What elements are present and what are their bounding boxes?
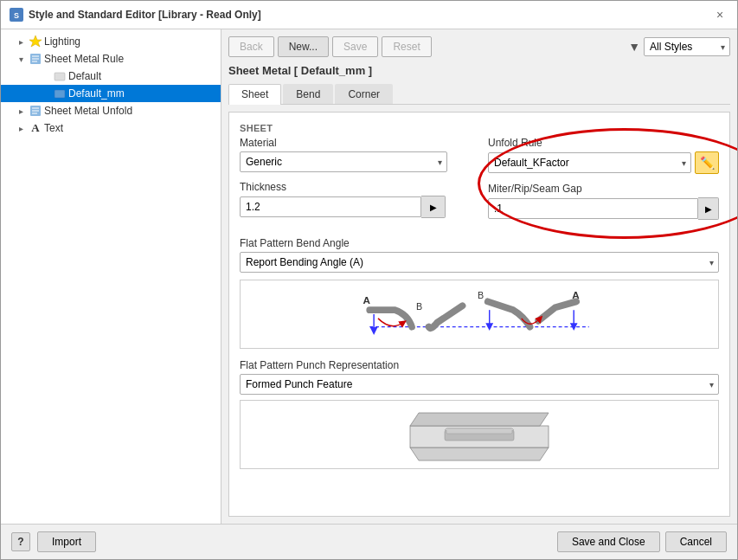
svg-marker-2 xyxy=(29,35,42,47)
miter-gap-arrow-button[interactable]: ▶ xyxy=(698,197,719,220)
thickness-field-row: Thickness ▶ xyxy=(240,181,471,218)
tree-item-sheet-metal-unfold[interactable]: ▸ Sheet Metal Unfold xyxy=(1,102,221,119)
import-button[interactable]: Import xyxy=(37,531,96,552)
text-icon: A xyxy=(29,121,42,135)
sheet-section-label: Sheet xyxy=(240,123,719,133)
reset-button[interactable]: Reset xyxy=(382,36,431,57)
unfold-rule-field-row: Unfold Rule Default_KFactor ▾ ✏️ xyxy=(488,137,719,174)
save-button[interactable]: Save xyxy=(332,36,378,57)
tab-sheet[interactable]: Sheet xyxy=(228,84,281,105)
unfold-rule-select[interactable]: Default_KFactor xyxy=(488,152,691,173)
miter-gap-input[interactable] xyxy=(488,198,698,219)
save-and-close-button[interactable]: Save and Close xyxy=(557,531,660,552)
thickness-arrow-button[interactable]: ▶ xyxy=(421,196,446,218)
flat-pattern-bend-label: Flat Pattern Bend Angle xyxy=(240,237,719,249)
filter-select-wrapper: All Styles ▾ xyxy=(644,37,730,56)
help-button[interactable]: ? xyxy=(11,532,30,551)
form-panel: Sheet Material Generic ▾ xyxy=(228,112,730,517)
svg-rect-8 xyxy=(55,90,65,98)
miter-gap-label: Miter/Rip/Seam Gap xyxy=(488,183,719,195)
title-bar: S Style and Standard Editor [Library - R… xyxy=(1,1,737,29)
title-bar-left: S Style and Standard Editor [Library - R… xyxy=(10,8,261,22)
sheet-two-col: Material Generic ▾ Thickness xyxy=(240,137,719,227)
tree-label-default-mm: Default_mm xyxy=(68,87,125,100)
punch-select-wrapper: Formed Punch Feature ▾ xyxy=(240,374,719,395)
tree-item-lighting[interactable]: ▸ Lighting xyxy=(1,33,221,50)
bend-diagram: A B xyxy=(240,280,719,349)
miter-gap-field-wrapper: Miter/Rip/Seam Gap ▶ xyxy=(488,183,719,220)
punch-preview xyxy=(240,400,719,469)
sheet-metal-unfold-icon xyxy=(29,104,42,118)
filter-icon: ▼ xyxy=(628,40,640,54)
material-select[interactable]: Generic xyxy=(240,151,447,172)
material-field-row: Material Generic ▾ xyxy=(240,137,471,172)
col-unfold-gap: Unfold Rule Default_KFactor ▾ ✏️ xyxy=(488,137,719,227)
svg-text:B: B xyxy=(416,301,422,312)
unfold-rule-row: Default_KFactor ▾ ✏️ xyxy=(488,151,719,174)
app-icon: S xyxy=(10,8,23,22)
bend-select-wrapper: Report Bending Angle (A) ▾ xyxy=(240,252,719,273)
tree-item-default[interactable]: ▸ Default xyxy=(1,68,221,85)
tree-item-sheet-metal-rule[interactable]: ▾ Sheet Metal Rule xyxy=(1,50,221,68)
bottom-right: Save and Close Cancel xyxy=(557,531,727,552)
bottom-left: ? Import xyxy=(11,531,96,552)
tree-expander-lighting: ▸ xyxy=(15,35,27,48)
punch-repr-label: Flat Pattern Punch Representation xyxy=(240,359,719,371)
punch-preview-svg xyxy=(401,404,557,465)
svg-text:S: S xyxy=(14,11,19,20)
svg-text:A: A xyxy=(363,294,370,306)
unfold-rule-label: Unfold Rule xyxy=(488,137,719,149)
thickness-label: Thickness xyxy=(240,181,471,193)
tab-bend[interactable]: Bend xyxy=(283,84,333,104)
right-panel: Back New... Save Reset ▼ All Styles ▾ Sh… xyxy=(221,29,737,524)
material-select-wrapper: Generic ▾ xyxy=(240,151,447,172)
tree-label-sheet-metal-rule: Sheet Metal Rule xyxy=(44,53,124,65)
content-area: ▸ Lighting ▾ xyxy=(1,29,737,524)
tree-expander-sheet-metal-rule: ▾ xyxy=(15,53,27,65)
filter-area: ▼ All Styles ▾ xyxy=(628,37,730,56)
bottom-bar: ? Import Save and Close Cancel xyxy=(1,524,737,559)
window-title: Style and Standard Editor [Library - Rea… xyxy=(29,9,261,21)
unfold-select-wrapper: Default_KFactor ▾ xyxy=(488,152,691,173)
thickness-input[interactable] xyxy=(240,196,421,217)
tree-expander-sheet-metal-unfold: ▸ xyxy=(15,105,27,117)
toolbar: Back New... Save Reset ▼ All Styles ▾ xyxy=(228,36,730,57)
new-button[interactable]: New... xyxy=(278,36,329,57)
tabs-bar: Sheet Bend Corner xyxy=(228,84,730,105)
tree-label-text: Text xyxy=(44,122,63,134)
material-label: Material xyxy=(240,137,471,149)
close-button[interactable]: × xyxy=(711,6,728,23)
punch-select[interactable]: Formed Punch Feature xyxy=(240,374,719,395)
tree-label-default: Default xyxy=(68,70,101,82)
miter-gap-input-row: ▶ xyxy=(488,197,719,220)
tree-label-lighting: Lighting xyxy=(44,35,80,48)
col-material-thickness: Material Generic ▾ Thickness xyxy=(240,137,471,227)
all-styles-select[interactable]: All Styles xyxy=(644,37,730,56)
tree-label-sheet-metal-unfold: Sheet Metal Unfold xyxy=(44,105,132,117)
svg-rect-7 xyxy=(55,73,65,80)
svg-text:A: A xyxy=(572,289,580,300)
style-title: Sheet Metal [ Default_mm ] xyxy=(228,64,730,77)
default-icon xyxy=(53,69,67,83)
back-button[interactable]: Back xyxy=(228,36,274,57)
left-tree-panel: ▸ Lighting ▾ xyxy=(1,29,221,524)
default-mm-icon xyxy=(53,87,67,100)
main-window: S Style and Standard Editor [Library - R… xyxy=(0,0,738,560)
cancel-button[interactable]: Cancel xyxy=(665,531,727,552)
tab-corner[interactable]: Corner xyxy=(335,84,393,104)
svg-text:B: B xyxy=(478,290,484,300)
bend-diagram-svg: A B xyxy=(241,280,718,348)
unfold-rule-edit-button[interactable]: ✏️ xyxy=(695,151,719,174)
tree-expander-text: ▸ xyxy=(15,122,27,134)
tree-item-default-mm[interactable]: ▸ Default_mm xyxy=(1,85,221,102)
punch-section: Flat Pattern Punch Representation Formed… xyxy=(240,359,719,469)
tree-item-text[interactable]: ▸ A Text xyxy=(1,119,221,137)
flat-pattern-bend-section: Flat Pattern Bend Angle Report Bending A… xyxy=(240,237,719,349)
lighting-icon xyxy=(29,35,42,48)
sheet-metal-rule-icon xyxy=(29,52,42,66)
flat-pattern-bend-select[interactable]: Report Bending Angle (A) xyxy=(240,252,719,273)
